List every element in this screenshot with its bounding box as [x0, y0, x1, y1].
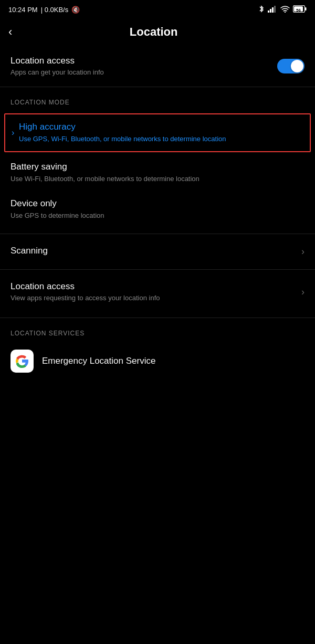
status-bar: 10:24 PM | 0.0KB/s 🔇 [0, 0, 315, 19]
back-button[interactable]: ‹ [8, 25, 12, 39]
google-service-icon [10, 350, 34, 373]
svg-rect-6 [305, 7, 307, 10]
divider-4 [0, 318, 315, 318]
page-header: ‹ Location [0, 19, 315, 47]
chevron-left-icon: › [12, 128, 14, 138]
bluetooth-icon [258, 5, 265, 15]
mode-high-accuracy-subtitle: Use GPS, Wi-Fi, Bluetooth, or mobile net… [19, 134, 303, 144]
location-access-nav-subtitle: View apps requesting to access your loca… [10, 293, 297, 303]
network-speed: | 0.0KB/s [41, 6, 69, 14]
svg-rect-2 [272, 7, 274, 13]
scanning-title: Scanning [10, 246, 297, 256]
location-access-text: Location access Apps can get your locati… [10, 56, 277, 76]
svg-text:56: 56 [296, 8, 301, 13]
time: 10:24 PM [8, 6, 38, 14]
mode-device-only[interactable]: Device only Use GPS to determine locatio… [0, 191, 315, 228]
mode-device-only-subtitle: Use GPS to determine location [10, 211, 304, 220]
svg-rect-3 [274, 6, 276, 13]
location-mode-section-label: LOCATION MODE [0, 89, 315, 111]
status-left: 10:24 PM | 0.0KB/s 🔇 [8, 6, 80, 14]
location-access-title: Location access [10, 56, 277, 66]
scanning-nav-item[interactable]: Scanning › [0, 236, 315, 267]
svg-rect-1 [270, 9, 271, 13]
mode-battery-saving-subtitle: Use Wi-Fi, Bluetooth, or mobile networks… [10, 174, 304, 184]
scanning-content: Scanning [10, 246, 297, 258]
location-access-nav-content: Location access View apps requesting to … [10, 281, 297, 303]
status-right: 56 [258, 5, 307, 15]
toggle-knob [291, 60, 303, 72]
location-access-subtitle: Apps can get your location info [10, 68, 277, 76]
location-access-nav-title: Location access [10, 281, 297, 292]
page-title: Location [18, 25, 289, 39]
mode-high-accuracy-title: High accuracy [19, 122, 303, 132]
wifi-icon [280, 5, 290, 14]
scanning-chevron-icon: › [301, 246, 304, 257]
mode-battery-saving[interactable]: Battery saving Use Wi-Fi, Bluetooth, or … [0, 154, 315, 191]
svg-rect-0 [268, 10, 269, 13]
mode-battery-saving-title: Battery saving [10, 162, 304, 172]
battery-icon: 56 [293, 5, 307, 14]
signal-icon [268, 5, 277, 14]
divider-2 [0, 234, 315, 234]
divider-1 [0, 87, 315, 87]
location-access-toggle[interactable] [277, 59, 304, 73]
divider-3 [0, 269, 315, 270]
location-services-section-label: LOCATION SERVICES [0, 320, 315, 342]
mode-device-only-title: Device only [10, 198, 304, 209]
mute-icon: 🔇 [71, 6, 80, 14]
location-access-toggle-row: Location access Apps can get your locati… [0, 47, 315, 85]
emergency-location-title: Emergency Location Service [42, 356, 155, 366]
location-access-nav-item[interactable]: Location access View apps requesting to … [0, 272, 315, 312]
svg-point-4 [285, 11, 286, 12]
mode-high-accuracy[interactable]: › High accuracy Use GPS, Wi-Fi, Bluetoot… [4, 113, 311, 152]
emergency-location-service-item[interactable]: Emergency Location Service [0, 342, 315, 380]
location-access-chevron-icon: › [301, 287, 304, 298]
